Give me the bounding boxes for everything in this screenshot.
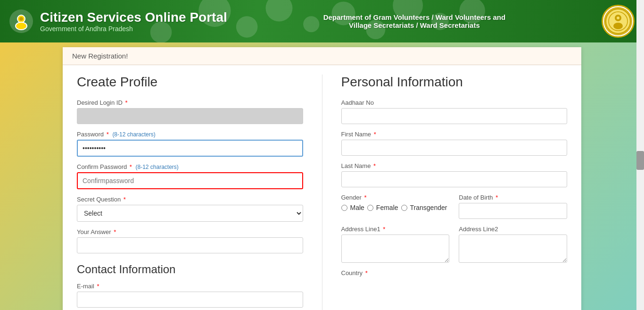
address-line1-textarea[interactable] xyxy=(341,235,450,263)
last-name-group: Last Name * xyxy=(341,162,568,187)
svg-point-11 xyxy=(16,22,27,30)
svg-rect-17 xyxy=(616,21,620,23)
svg-point-3 xyxy=(303,16,319,32)
scrollbar-track[interactable] xyxy=(636,0,644,310)
first-name-group: First Name * xyxy=(341,131,568,156)
emblem-icon xyxy=(604,7,632,35)
email-input[interactable] xyxy=(77,292,303,308)
dob-label: Date of Birth * xyxy=(459,194,567,201)
svg-point-1 xyxy=(236,16,258,38)
dob-col: Date of Birth * xyxy=(459,194,567,219)
your-answer-label: Your Answer * xyxy=(77,228,303,235)
create-profile-section: Create Profile Desired Login ID * Passwo… xyxy=(77,75,303,310)
header-left: Citizen Services Online Portal Governmen… xyxy=(9,9,227,33)
address-line2-textarea[interactable] xyxy=(459,235,567,263)
gender-transgender-radio[interactable] xyxy=(401,205,407,211)
new-registration-label: New Registration! xyxy=(72,52,128,60)
gender-label: Gender * xyxy=(341,194,450,201)
svg-point-12 xyxy=(19,17,23,21)
confirm-password-group: Confirm Password * (8-12 characters) xyxy=(77,163,303,189)
country-label: Country * xyxy=(341,269,568,276)
header-title-block: Citizen Services Online Portal Governmen… xyxy=(40,10,227,33)
address-line2-label: Address Line2 xyxy=(459,226,567,233)
create-profile-title: Create Profile xyxy=(77,75,303,90)
last-name-label: Last Name * xyxy=(341,162,568,169)
scrollbar-thumb[interactable] xyxy=(636,151,644,170)
address-line2-col: Address Line2 xyxy=(459,226,567,265)
address-row: Address Line1 * Address Line2 xyxy=(341,226,568,265)
desired-login-id-input[interactable] xyxy=(77,108,303,124)
confirm-password-hint: (8-12 characters) xyxy=(136,164,179,170)
secret-question-group: Secret Question * Select What is your pe… xyxy=(77,196,303,222)
gender-transgender-label: Transgender xyxy=(410,204,447,211)
password-group: Password * (8-12 characters) xyxy=(77,131,303,157)
password-input[interactable] xyxy=(77,140,303,157)
secret-question-label: Secret Question * xyxy=(77,196,303,203)
gender-options: Male Female Transgender xyxy=(341,204,450,211)
svg-point-18 xyxy=(617,17,619,19)
gender-male-radio[interactable] xyxy=(341,205,347,211)
your-answer-group: Your Answer * xyxy=(77,228,303,253)
password-hint: (8-12 characters) xyxy=(112,131,155,138)
gender-col: Gender * Male Female Transgender xyxy=(341,194,450,219)
gender-female-radio[interactable] xyxy=(367,205,373,211)
confirm-password-label: Confirm Password * (8-12 characters) xyxy=(77,163,303,170)
country-group: Country * xyxy=(341,269,568,276)
svg-point-2 xyxy=(265,0,292,22)
last-name-input[interactable] xyxy=(341,171,568,187)
your-answer-input[interactable] xyxy=(77,237,303,253)
aadhaar-label: Aadhaar No xyxy=(341,99,568,106)
personal-information-title: Personal Information xyxy=(341,75,568,90)
new-registration-bar: New Registration! xyxy=(63,47,581,65)
password-label: Password * (8-12 characters) xyxy=(77,131,303,138)
first-name-input[interactable] xyxy=(341,140,568,156)
header-department: Department of Gram Volunteers / Ward Vol… xyxy=(323,13,505,29)
page-header: Citizen Services Online Portal Governmen… xyxy=(0,0,644,42)
desired-login-id-group: Desired Login ID * xyxy=(77,99,303,124)
form-content: Create Profile Desired Login ID * Passwo… xyxy=(63,65,581,310)
first-name-label: First Name * xyxy=(341,131,568,138)
gender-female-label: Female xyxy=(376,204,398,211)
gender-dob-row: Gender * Male Female Transgender Date of… xyxy=(341,194,568,219)
header-logo-icon xyxy=(9,9,33,33)
address-line1-label: Address Line1 * xyxy=(341,226,450,233)
confirm-password-input[interactable] xyxy=(77,172,303,189)
main-form-wrapper: New Registration! Create Profile Desired… xyxy=(63,47,581,310)
gender-male-label: Male xyxy=(350,204,364,211)
aadhaar-input[interactable] xyxy=(341,108,568,124)
dob-input[interactable] xyxy=(459,203,567,219)
portal-subtitle: Government of Andhra Pradesh xyxy=(40,25,227,33)
aadhaar-group: Aadhaar No xyxy=(341,99,568,124)
email-group: E-mail * xyxy=(77,283,303,308)
address-line1-col: Address Line1 * xyxy=(341,226,450,265)
email-label: E-mail * xyxy=(77,283,303,290)
secret-question-select[interactable]: Select What is your pet's name? What is … xyxy=(77,205,303,222)
desired-login-id-label: Desired Login ID * xyxy=(77,99,303,106)
personal-information-section: Personal Information Aadhaar No First Na… xyxy=(322,75,568,310)
svg-point-16 xyxy=(613,23,623,29)
header-emblem xyxy=(602,5,635,38)
portal-title: Citizen Services Online Portal xyxy=(40,10,227,25)
contact-information-title: Contact Information xyxy=(77,263,303,276)
